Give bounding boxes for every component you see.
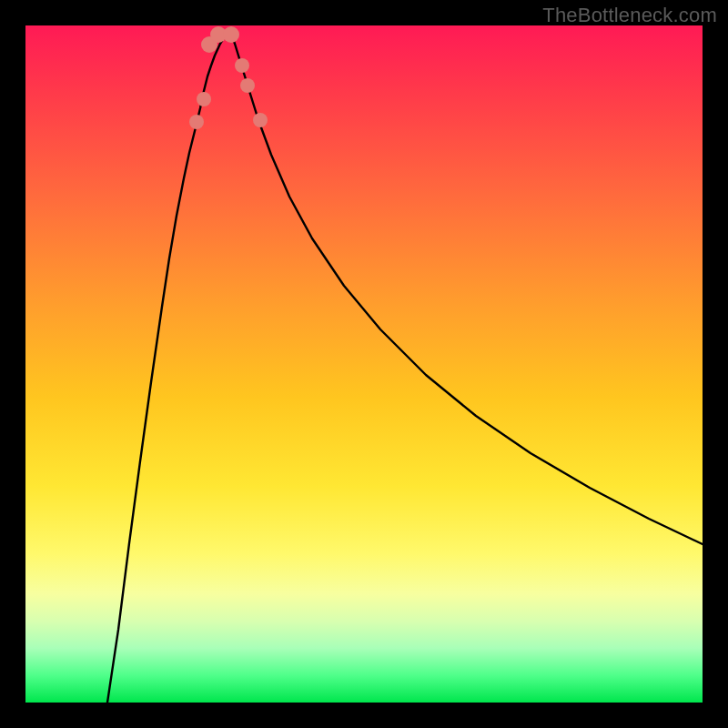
data-marker	[240, 78, 255, 93]
curve-left-branch	[107, 29, 229, 703]
watermark-text: TheBottleneck.com	[542, 4, 717, 27]
plot-area	[25, 25, 703, 703]
data-marker	[197, 92, 211, 106]
curve-right-branch	[229, 29, 703, 544]
data-marker	[253, 113, 268, 127]
data-marker	[223, 26, 239, 43]
data-marker	[235, 58, 249, 73]
data-marker	[189, 115, 204, 129]
curve-layer	[25, 25, 703, 703]
chart-frame: TheBottleneck.com	[0, 0, 728, 728]
